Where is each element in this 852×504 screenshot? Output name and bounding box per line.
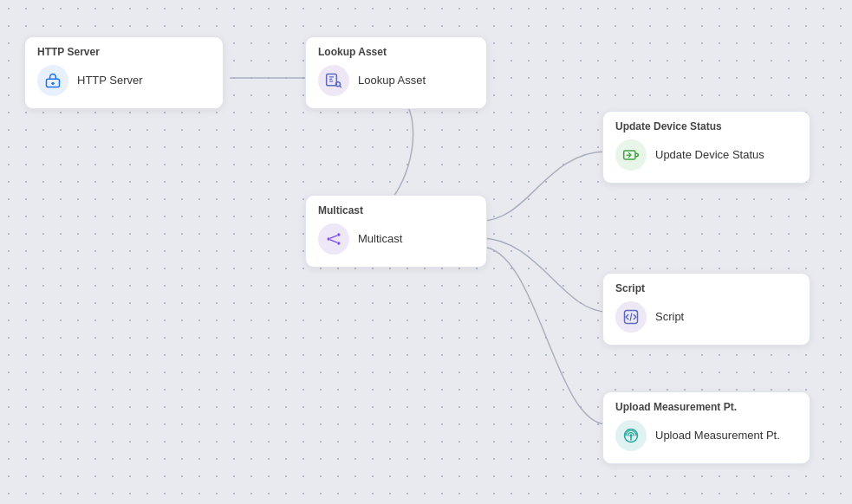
lookup-asset-icon [318,65,349,96]
upload-measurement-title: Upload Measurement Pt. [615,401,797,413]
flow-canvas: HTTP Server HTTP Server Lookup Asset [0,0,852,504]
upload-measurement-label: Upload Measurement Pt. [655,429,780,443]
update-device-title: Update Device Status [615,120,797,132]
update-device-node[interactable]: Update Device Status Update Device Statu… [602,111,810,184]
http-server-node[interactable]: HTTP Server HTTP Server [24,36,224,109]
http-server-icon [37,65,68,96]
lookup-asset-title: Lookup Asset [318,46,474,58]
script-node[interactable]: Script Script [602,273,810,346]
multicast-icon [318,223,349,255]
svg-line-9 [330,240,337,242]
svg-point-1 [51,82,54,85]
script-label: Script [655,310,684,325]
script-icon [615,301,647,333]
svg-line-8 [330,236,337,238]
update-device-label: Update Device Status [655,148,764,163]
multicast-title: Multicast [318,204,474,216]
script-title: Script [615,282,797,294]
svg-rect-2 [327,74,337,86]
http-server-title: HTTP Server [37,46,211,58]
lookup-asset-node[interactable]: Lookup Asset Lookup Asset [305,36,487,109]
multicast-node[interactable]: Multicast Multicast [305,195,487,268]
upload-measurement-icon [615,420,647,451]
http-server-label: HTTP Server [77,74,143,88]
update-device-icon [615,139,647,171]
svg-point-7 [337,242,340,244]
lookup-asset-label: Lookup Asset [358,74,426,88]
multicast-label: Multicast [358,232,402,247]
svg-line-4 [340,86,341,87]
upload-measurement-node[interactable]: Upload Measurement Pt. Upload Measuremen… [602,391,810,464]
svg-point-6 [337,233,340,236]
svg-point-5 [328,237,330,240]
